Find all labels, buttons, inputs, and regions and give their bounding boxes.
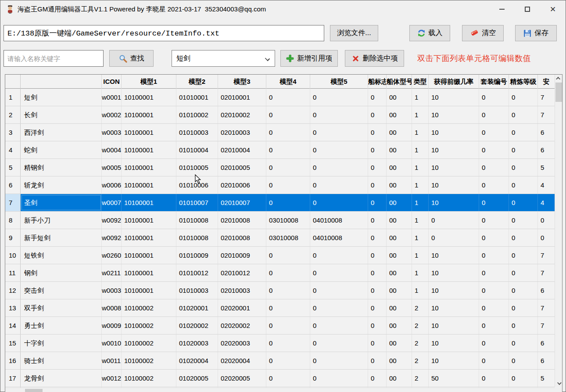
column-header-6[interactable]: 模型4 (266, 75, 310, 89)
grid-cell[interactable]: 10 (429, 141, 479, 158)
table-row[interactable]: 12突击剑w0003101000010101000302010003000001… (5, 282, 555, 299)
close-button[interactable]: ✕ (540, 0, 566, 18)
grid-cell[interactable]: 00 (387, 282, 412, 299)
table-row[interactable]: 7圣剑w000710100001010100070201000700000110… (5, 194, 555, 212)
column-header-12[interactable]: 套装编号 (479, 75, 509, 89)
grid-cell[interactable]: 7 (538, 264, 555, 281)
grid-cell[interactable]: 10 (429, 194, 479, 211)
grid-cell[interactable]: 0 (509, 352, 538, 369)
grid-cell[interactable]: 10100001 (122, 141, 176, 158)
grid-cell[interactable]: w0092 (102, 229, 122, 246)
row-number-cell[interactable]: 7 (5, 194, 21, 211)
grid-cell[interactable]: 01020005 (176, 370, 218, 387)
grid-cell[interactable]: 0 (509, 212, 538, 229)
grid-cell[interactable]: 0 (479, 247, 509, 264)
column-header-1[interactable] (21, 75, 102, 89)
grid-cell[interactable]: 00 (387, 212, 412, 229)
grid-cell[interactable]: 0 (429, 212, 479, 229)
column-header-13[interactable]: 精炼等级 (509, 75, 538, 89)
grid-cell[interactable]: 01020002 (176, 317, 218, 334)
grid-cell[interactable]: 0 (368, 176, 387, 194)
grid-cell[interactable]: 10 (429, 176, 479, 194)
grid-cell[interactable]: 6 (538, 141, 555, 158)
grid-cell[interactable]: 10 (429, 282, 479, 299)
grid-cell[interactable]: 01010012 (176, 264, 218, 281)
grid-cell[interactable]: 01010004 (176, 141, 218, 158)
column-header-10[interactable]: 类型 (412, 75, 429, 89)
grid-cell[interactable]: 4 (538, 176, 555, 194)
grid-cell[interactable]: 0 (266, 299, 310, 316)
table-row[interactable]: 17龙骨剑w0012101000020102000502020005000002… (5, 370, 555, 387)
row-number-cell[interactable]: 15 (5, 334, 21, 352)
grid-cell[interactable]: 10100002 (122, 299, 176, 316)
grid-cell[interactable]: 10 (429, 264, 479, 281)
grid-cell[interactable]: 01010007 (176, 194, 218, 211)
grid-cell[interactable]: w0009 (102, 317, 122, 334)
grid-cell[interactable]: 0 (368, 159, 387, 176)
grid-cell[interactable]: 5 (538, 370, 555, 387)
grid-cell[interactable]: 西洋剑 (21, 124, 102, 141)
grid-cell[interactable]: 10100002 (122, 370, 176, 387)
grid-cell[interactable]: 1 (412, 159, 429, 176)
grid-cell[interactable]: 00 (387, 317, 412, 334)
grid-cell[interactable]: 0 (310, 176, 368, 194)
grid-cell[interactable]: 10 (429, 89, 479, 106)
grid-cell[interactable]: 0 (509, 176, 538, 194)
grid-cell[interactable]: 01010002 (176, 106, 218, 123)
grid-cell[interactable]: 00 (387, 264, 412, 281)
grid-cell[interactable]: 1 (412, 124, 429, 141)
grid-cell[interactable]: 00 (387, 124, 412, 141)
table-row[interactable]: 16骑士剑w0011101000020102000402020004000002… (5, 352, 555, 370)
grid-cell[interactable]: 0 (368, 299, 387, 316)
table-row[interactable]: 11钢剑w02111010000101010012020100120000011… (5, 264, 555, 282)
grid-cell[interactable]: 0 (368, 89, 387, 106)
grid-cell[interactable]: 02010005 (218, 159, 266, 176)
grid-cell[interactable]: 0 (509, 106, 538, 123)
grid-cell[interactable]: 0 (266, 159, 310, 176)
row-number-cell[interactable]: 12 (5, 282, 21, 299)
delete-selected-button[interactable]: 删除选中项 (345, 50, 404, 67)
grid-cell[interactable]: 10100001 (122, 282, 176, 299)
grid-cell[interactable]: 0 (368, 282, 387, 299)
grid-cell[interactable]: 0 (310, 159, 368, 176)
grid-cell[interactable]: 01020003 (176, 334, 218, 352)
table-row[interactable]: 1短剑w000110100001010100010201000100000110… (5, 89, 555, 106)
grid-cell[interactable]: 0 (368, 370, 387, 387)
column-header-3[interactable]: 模型1 (122, 75, 176, 89)
grid-cell[interactable]: 斩龙剑 (21, 176, 102, 194)
grid-cell[interactable]: 7 (538, 247, 555, 264)
grid-cell[interactable]: 0 (310, 317, 368, 334)
grid-cell[interactable]: 1 (412, 229, 429, 246)
grid-cell[interactable]: 0 (509, 229, 538, 246)
grid-cell[interactable]: 1 (412, 247, 429, 264)
grid-cell[interactable]: 0 (509, 264, 538, 281)
grid-cell[interactable]: 0 (266, 176, 310, 194)
grid-cell[interactable]: 1 (412, 194, 429, 211)
grid-cell[interactable]: 0 (310, 370, 368, 387)
grid-cell[interactable]: 01010003 (176, 124, 218, 141)
table-row[interactable]: 15十字剑w0010101000020102000302020003000002… (5, 334, 555, 352)
grid-cell[interactable]: w0007 (102, 194, 122, 211)
grid-cell[interactable]: 00 (387, 176, 412, 194)
grid-cell[interactable]: 7 (538, 299, 555, 316)
table-row[interactable]: 9新手短剑w0092101000010101000802010008030100… (5, 229, 555, 247)
grid-cell[interactable]: 6 (538, 334, 555, 352)
save-button[interactable]: 保存 (515, 25, 557, 41)
grid-cell[interactable]: 龙骨剑 (21, 370, 102, 387)
grid-cell[interactable]: 0 (266, 194, 310, 211)
grid-cell[interactable]: 10100001 (122, 159, 176, 176)
grid-cell[interactable]: 10 (429, 317, 479, 334)
grid-cell[interactable]: 01020004 (176, 352, 218, 369)
grid-cell[interactable]: 骑士剑 (21, 352, 102, 369)
grid-cell[interactable]: 1 (412, 89, 429, 106)
grid-cell[interactable]: w0012 (102, 370, 122, 387)
grid-cell[interactable]: 0 (509, 317, 538, 334)
grid-cell[interactable]: 01010003 (176, 282, 218, 299)
grid-cell[interactable]: 00 (387, 334, 412, 352)
grid-cell[interactable]: 01020001 (176, 299, 218, 316)
grid-cell[interactable]: 02010007 (218, 194, 266, 211)
row-number-cell[interactable]: 6 (5, 176, 21, 194)
grid-cell[interactable]: 0 (266, 247, 310, 264)
grid-cell[interactable]: w0006 (102, 176, 122, 194)
grid-cell[interactable]: 02020003 (218, 334, 266, 352)
